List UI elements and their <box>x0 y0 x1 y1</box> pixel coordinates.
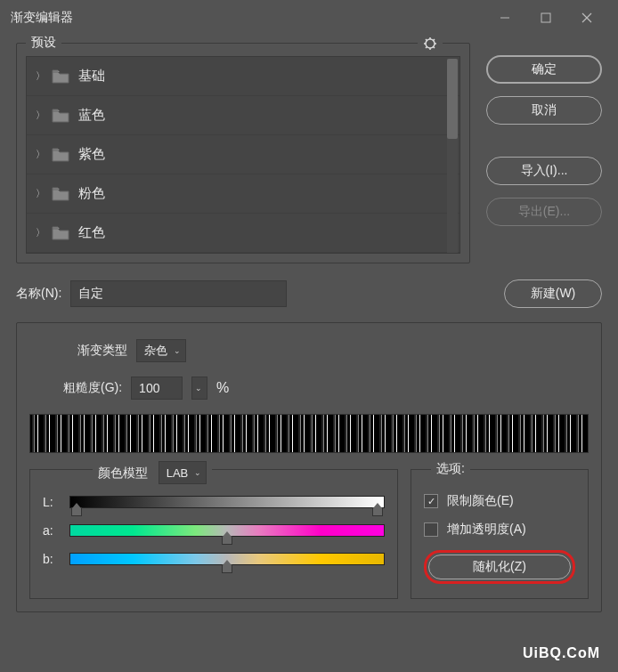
folder-icon <box>52 109 69 123</box>
roughness-unit: % <box>216 380 229 396</box>
restrict-colors-label: 限制颜色(E) <box>447 493 514 509</box>
options-box: 选项: 限制颜色(E) 增加透明度(A) 随机化(Z) <box>411 469 589 599</box>
titlebar: 渐变编辑器 <box>0 0 618 36</box>
l-slider-max-thumb[interactable] <box>372 507 383 516</box>
preset-folder-item[interactable]: 〉 红色 <box>27 214 459 253</box>
gradient-type-label: 渐变类型 <box>77 343 127 359</box>
randomize-highlight: 随机化(Z) <box>424 550 575 584</box>
color-model-select[interactable]: LAB ⌄ <box>159 461 207 484</box>
chevron-right-icon: 〉 <box>36 69 43 83</box>
ok-button[interactable]: 确定 <box>486 55 602 84</box>
new-button[interactable]: 新建(W) <box>504 279 602 308</box>
gradient-type-select[interactable]: 杂色 ⌄ <box>136 339 186 362</box>
options-legend: 选项: <box>431 461 470 477</box>
chevron-down-icon: ⌄ <box>194 468 201 477</box>
chevron-right-icon: 〉 <box>36 148 43 161</box>
l-slider-min-thumb[interactable] <box>71 507 82 516</box>
chevron-right-icon: 〉 <box>36 226 43 239</box>
add-transparency-checkbox-row[interactable]: 增加透明度(A) <box>424 522 575 538</box>
b-slider-label: b: <box>43 552 61 566</box>
cancel-button[interactable]: 取消 <box>486 96 602 125</box>
b-slider[interactable] <box>69 553 385 565</box>
svg-line-12 <box>426 47 427 49</box>
presets-fieldset: 预设 〉 基础 〉 蓝色 〉 紫色 <box>16 43 470 263</box>
folder-icon <box>52 148 69 162</box>
add-transparency-label: 增加透明度(A) <box>447 522 526 538</box>
roughness-dropdown[interactable]: ⌄ <box>191 376 207 400</box>
preset-folder-item[interactable]: 〉 紫色 <box>27 135 459 174</box>
svg-line-11 <box>434 47 435 49</box>
preset-label: 红色 <box>78 224 105 241</box>
export-button[interactable]: 导出(E)... <box>486 198 602 226</box>
preset-label: 粉色 <box>78 185 105 202</box>
chevron-right-icon: 〉 <box>36 109 43 122</box>
folder-icon <box>52 69 69 84</box>
chevron-down-icon: ⌄ <box>174 346 181 355</box>
presets-menu-button[interactable] <box>418 36 443 54</box>
preset-folder-item[interactable]: 〉 粉色 <box>27 174 459 214</box>
roughness-label: 粗糙度(G): <box>63 380 122 396</box>
svg-line-10 <box>426 39 427 41</box>
color-model-legend: 颜色模型 LAB ⌄ <box>93 461 212 484</box>
import-button[interactable]: 导入(I)... <box>486 157 602 185</box>
svg-point-5 <box>429 43 432 45</box>
presets-legend: 预设 <box>26 35 61 51</box>
maximize-button[interactable] <box>525 0 566 36</box>
preset-label: 基础 <box>78 68 105 85</box>
name-input[interactable] <box>70 280 286 307</box>
presets-scrollbar[interactable] <box>447 59 458 253</box>
scrollbar-thumb[interactable] <box>447 59 458 139</box>
window-controls <box>484 0 607 36</box>
svg-line-13 <box>434 39 435 41</box>
l-slider[interactable] <box>69 496 385 508</box>
folder-icon <box>52 226 69 240</box>
l-slider-label: L: <box>43 495 61 509</box>
color-model-box: 颜色模型 LAB ⌄ L: a: b: <box>29 469 398 599</box>
window-title: 渐变编辑器 <box>11 10 484 26</box>
preset-folder-item[interactable]: 〉 基础 <box>27 57 459 96</box>
add-transparency-checkbox[interactable] <box>424 522 438 537</box>
restrict-colors-checkbox-row[interactable]: 限制颜色(E) <box>424 493 575 509</box>
svg-rect-1 <box>541 13 550 22</box>
gear-icon <box>423 36 437 51</box>
b-slider-thumb[interactable] <box>222 564 232 573</box>
chevron-down-icon: ⌄ <box>195 384 202 393</box>
a-slider[interactable] <box>69 524 385 537</box>
a-slider-thumb[interactable] <box>222 536 232 545</box>
restrict-colors-checkbox[interactable] <box>424 494 438 508</box>
close-button[interactable] <box>566 0 607 36</box>
randomize-button[interactable]: 随机化(Z) <box>428 555 571 579</box>
name-label: 名称(N): <box>16 286 61 302</box>
a-slider-label: a: <box>43 523 61 538</box>
gradient-settings-fieldset: 渐变类型 杂色 ⌄ 粗糙度(G): ⌄ % 颜色模型 LAB ⌄ L: <box>16 322 602 612</box>
folder-icon <box>52 187 69 201</box>
gradient-preview-bar[interactable] <box>29 414 589 453</box>
preset-label: 紫色 <box>78 146 105 163</box>
minimize-button[interactable] <box>484 0 525 36</box>
preset-label: 蓝色 <box>78 107 105 124</box>
presets-list[interactable]: 〉 基础 〉 蓝色 〉 紫色 〉 粉色 <box>26 56 460 254</box>
chevron-right-icon: 〉 <box>36 187 43 200</box>
watermark: UiBQ.CoM <box>523 645 600 661</box>
roughness-input[interactable] <box>131 376 183 400</box>
preset-folder-item[interactable]: 〉 蓝色 <box>27 96 459 135</box>
